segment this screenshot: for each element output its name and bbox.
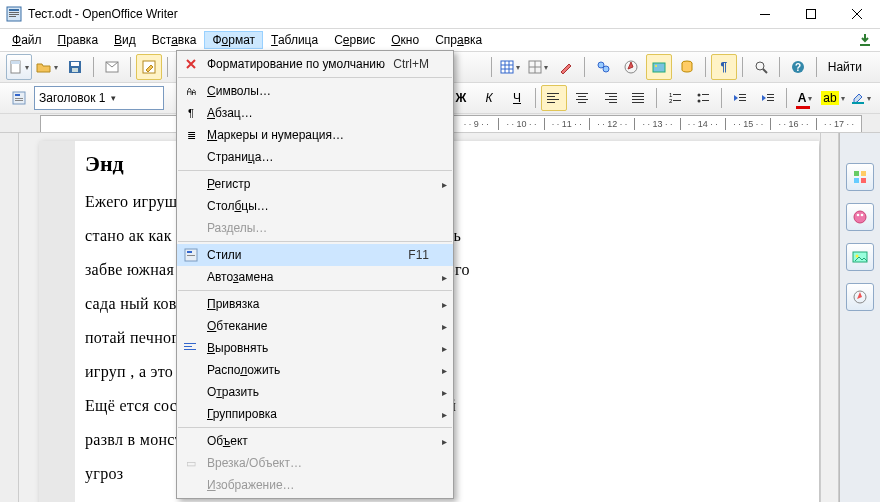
svg-rect-37 bbox=[15, 98, 23, 99]
menuitem-paragraph[interactable]: ¶Абзац… bbox=[177, 102, 453, 124]
svg-line-32 bbox=[763, 69, 767, 73]
menuitem-wrap[interactable]: Обтекание▸ bbox=[177, 315, 453, 337]
bullet-list-button[interactable] bbox=[690, 85, 716, 111]
svg-rect-67 bbox=[767, 97, 774, 98]
svg-point-29 bbox=[655, 65, 657, 67]
sidebar-styles-icon[interactable] bbox=[846, 203, 874, 231]
close-button[interactable] bbox=[834, 0, 880, 28]
svg-rect-81 bbox=[187, 251, 192, 253]
menu-file[interactable]: Файл bbox=[4, 31, 50, 49]
title-bar: Тест.odt - OpenOffice Writer bbox=[0, 0, 880, 29]
svg-rect-71 bbox=[861, 171, 866, 176]
save-button[interactable] bbox=[62, 54, 88, 80]
paragraph-style-combo[interactable]: Заголовок 1▾ bbox=[34, 86, 164, 110]
character-icon: 🗛 bbox=[183, 83, 199, 99]
find-label[interactable]: Найти bbox=[822, 60, 868, 74]
highlight-button[interactable]: ab▾ bbox=[820, 85, 846, 111]
decrease-indent-button[interactable] bbox=[727, 85, 753, 111]
svg-rect-51 bbox=[632, 93, 644, 94]
menuitem-arrange[interactable]: Расположить▸ bbox=[177, 359, 453, 381]
nonprinting-button[interactable]: ¶ bbox=[711, 54, 737, 80]
svg-point-59 bbox=[698, 94, 701, 97]
open-button[interactable]: ▾ bbox=[34, 54, 60, 80]
align-justify-button[interactable] bbox=[625, 85, 651, 111]
menu-edit[interactable]: Правка bbox=[50, 31, 107, 49]
grid-button[interactable]: ▾ bbox=[525, 54, 551, 80]
menuitem-anchor[interactable]: Привязка▸ bbox=[177, 293, 453, 315]
menuitem-page[interactable]: Страница… bbox=[177, 146, 453, 168]
svg-rect-65 bbox=[739, 100, 746, 101]
maximize-button[interactable] bbox=[788, 0, 834, 28]
svg-point-74 bbox=[854, 211, 866, 223]
find-icon-button[interactable] bbox=[590, 54, 616, 80]
frame-icon: ▭ bbox=[183, 455, 199, 471]
align-center-button[interactable] bbox=[569, 85, 595, 111]
menuitem-object[interactable]: Объект▸ bbox=[177, 430, 453, 452]
svg-text:?: ? bbox=[795, 62, 801, 73]
font-color-button[interactable]: A▾ bbox=[792, 85, 818, 111]
svg-rect-54 bbox=[632, 102, 644, 103]
sidebar-navigator-icon[interactable] bbox=[846, 283, 874, 311]
svg-point-26 bbox=[603, 66, 609, 72]
format-menu-popup: Форматирование по умолчаниюCtrl+M 🗛Симво… bbox=[176, 50, 454, 499]
menuitem-character[interactable]: 🗛Символы… bbox=[177, 80, 453, 102]
menuitem-frame: ▭Врезка/Объект… bbox=[177, 452, 453, 474]
menu-table[interactable]: Таблица bbox=[263, 31, 326, 49]
help-icon[interactable]: ? bbox=[785, 54, 811, 80]
table-button[interactable]: ▾ bbox=[497, 54, 523, 80]
svg-rect-72 bbox=[854, 178, 859, 183]
vertical-ruler[interactable] bbox=[0, 133, 19, 502]
align-left-button[interactable] bbox=[541, 85, 567, 111]
menuitem-flip[interactable]: Отразить▸ bbox=[177, 381, 453, 403]
menu-window[interactable]: Окно bbox=[383, 31, 427, 49]
paragraph-icon: ¶ bbox=[183, 105, 199, 121]
svg-rect-3 bbox=[9, 14, 19, 15]
edit-mode-button[interactable] bbox=[136, 54, 162, 80]
svg-rect-9 bbox=[860, 44, 870, 46]
menuitem-bullets[interactable]: ≣Маркеры и нумерация… bbox=[177, 124, 453, 146]
menu-help[interactable]: Справка bbox=[427, 31, 490, 49]
svg-rect-70 bbox=[854, 171, 859, 176]
sidebar-properties-icon[interactable] bbox=[846, 163, 874, 191]
gallery-button[interactable] bbox=[646, 54, 672, 80]
svg-rect-52 bbox=[632, 96, 644, 97]
italic-button[interactable]: К bbox=[476, 85, 502, 111]
menuitem-columns[interactable]: Столбцы… bbox=[177, 195, 453, 217]
svg-rect-48 bbox=[609, 96, 617, 97]
menu-format[interactable]: Формат bbox=[204, 31, 263, 49]
menuitem-case[interactable]: Регистр▸ bbox=[177, 173, 453, 195]
menu-tools[interactable]: Сервис bbox=[326, 31, 383, 49]
svg-rect-11 bbox=[11, 61, 20, 64]
sidebar-gallery-icon[interactable] bbox=[846, 243, 874, 271]
svg-rect-39 bbox=[547, 93, 559, 94]
svg-rect-4 bbox=[9, 16, 16, 17]
numbered-list-button[interactable]: 12 bbox=[662, 85, 688, 111]
increase-indent-button[interactable] bbox=[755, 85, 781, 111]
menu-insert[interactable]: Вставка bbox=[144, 31, 205, 49]
menuitem-styles[interactable]: СтилиF11 bbox=[177, 244, 453, 266]
vertical-scrollbar[interactable] bbox=[820, 133, 838, 502]
svg-rect-42 bbox=[547, 102, 555, 103]
svg-rect-40 bbox=[547, 96, 555, 97]
menuitem-image: Изображение… bbox=[177, 474, 453, 496]
menuitem-default-format[interactable]: Форматирование по умолчаниюCtrl+M bbox=[177, 53, 453, 75]
svg-rect-44 bbox=[578, 96, 586, 97]
menuitem-group[interactable]: Группировка▸ bbox=[177, 403, 453, 425]
navigator-button[interactable] bbox=[618, 54, 644, 80]
sidebar bbox=[839, 133, 880, 502]
menuitem-align[interactable]: Выровнять▸ bbox=[177, 337, 453, 359]
download-icon[interactable] bbox=[858, 33, 876, 47]
styles-list-button[interactable] bbox=[6, 85, 32, 111]
datasource-button[interactable] bbox=[674, 54, 700, 80]
menuitem-autocorrect[interactable]: Автозамена▸ bbox=[177, 266, 453, 288]
menu-view[interactable]: Вид bbox=[106, 31, 144, 49]
background-color-button[interactable]: ▾ bbox=[848, 85, 874, 111]
mail-button[interactable] bbox=[99, 54, 125, 80]
svg-rect-45 bbox=[576, 99, 588, 100]
draw-button[interactable] bbox=[553, 54, 579, 80]
new-button[interactable]: ▾ bbox=[6, 54, 32, 80]
underline-button[interactable]: Ч bbox=[504, 85, 530, 111]
minimize-button[interactable] bbox=[742, 0, 788, 28]
zoom-button[interactable] bbox=[748, 54, 774, 80]
align-right-button[interactable] bbox=[597, 85, 623, 111]
